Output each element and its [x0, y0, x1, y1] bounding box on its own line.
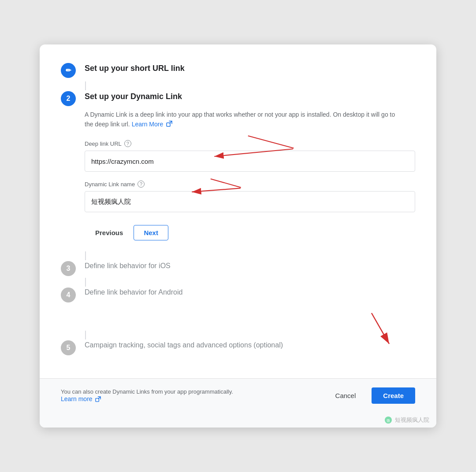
learn-more-label: Learn More [132, 121, 164, 128]
connector-1-2 [85, 81, 86, 90]
main-card: ✏ Set up your short URL link 2 Set up yo… [40, 44, 436, 428]
watermark-icon: 微 [384, 416, 392, 424]
watermark: 微 短视频疯人院 [384, 416, 429, 424]
dynamic-link-name-help-icon[interactable]: ? [138, 181, 145, 188]
step-3-title: Define link behavior for iOS [85, 260, 171, 270]
dynamic-link-name-label-text: Dynamic Link name [85, 181, 135, 188]
footer-text: You can also create Dynamic Links from y… [61, 388, 233, 395]
learn-more-link-step2[interactable]: Learn More [132, 121, 172, 128]
previous-button[interactable]: Previous [85, 225, 134, 241]
watermark-area: 微 短视频疯人院 [40, 413, 436, 428]
cancel-button[interactable]: Cancel [327, 387, 365, 404]
step-4-row: 4 Define link behavior for Android [61, 287, 415, 302]
next-button[interactable]: Next [134, 225, 168, 240]
footer-actions: Cancel Create [327, 387, 415, 404]
create-button[interactable]: Create [372, 387, 415, 404]
dynamic-link-name-input[interactable] [85, 191, 415, 212]
step-2-description: A Dynamic Link is a deep link into your … [85, 110, 402, 130]
footer-info: You can also create Dynamic Links from y… [61, 388, 233, 403]
svg-text:微: 微 [387, 419, 390, 423]
create-arrow-svg [61, 304, 436, 357]
pencil-icon: ✏ [66, 66, 71, 74]
deep-link-input[interactable] [85, 151, 415, 172]
external-link-icon [166, 120, 172, 129]
step-1-circle: ✏ [61, 63, 76, 78]
connector-2-3 [85, 251, 86, 260]
step-2-content: A Dynamic Link is a deep link into your … [85, 110, 415, 252]
deep-link-label-text: Deep link URL [85, 140, 122, 147]
card-body: ✏ Set up your short URL link 2 Set up yo… [40, 44, 436, 379]
arrow-to-create-area [61, 304, 415, 331]
dynamic-link-name-label: Dynamic Link name ? [85, 181, 415, 188]
svg-line-7 [372, 313, 389, 344]
step-2-number: 2 [67, 95, 71, 103]
connector-3-4 [85, 278, 86, 287]
step-4-circle: 4 [61, 288, 76, 302]
card-footer: You can also create Dynamic Links from y… [40, 378, 436, 413]
step-4-title: Define link behavior for Android [85, 287, 182, 296]
deep-link-label: Deep link URL ? [85, 140, 415, 147]
footer-learn-more-label: Learn more [61, 395, 93, 402]
desc-text: A Dynamic Link is a deep link into your … [85, 111, 395, 128]
deep-link-help-icon[interactable]: ? [124, 140, 131, 147]
footer-learn-more-link[interactable]: Learn more [61, 395, 101, 402]
step-4-number: 4 [67, 291, 71, 299]
step-1-title: Set up your short URL link [85, 62, 185, 73]
step-2-circle: 2 [61, 91, 76, 106]
step-1-row: ✏ Set up your short URL link [61, 62, 415, 78]
step-2-row: 2 Set up your Dynamic Link [61, 90, 415, 106]
watermark-text: 短视频疯人院 [395, 416, 429, 424]
step-2-buttons: Previous Next [85, 225, 415, 241]
step-3-circle: 3 [61, 261, 76, 276]
step-2-title: Set up your Dynamic Link [85, 90, 182, 101]
footer-external-icon [95, 396, 101, 403]
step-3-row: 3 Define link behavior for iOS [61, 260, 415, 276]
step-3-number: 3 [67, 265, 71, 273]
